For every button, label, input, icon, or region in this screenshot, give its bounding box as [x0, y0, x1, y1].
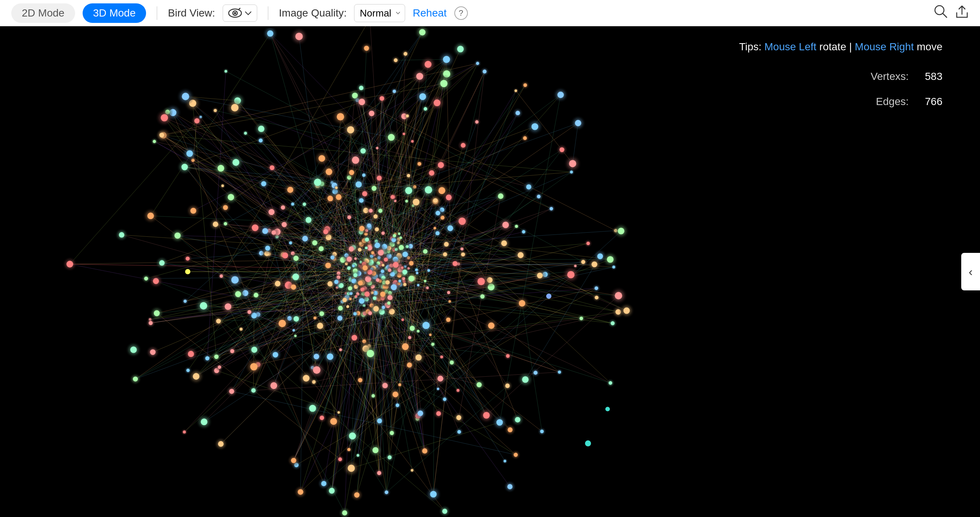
tips-label: Tips:: [739, 41, 762, 52]
chevron-down-icon: [245, 11, 251, 15]
search-button[interactable]: [934, 4, 948, 22]
mouse-right-label: Mouse Right: [855, 41, 914, 52]
2d-mode-button[interactable]: 2D Mode: [11, 3, 75, 23]
move-label: move: [917, 41, 942, 52]
side-panel-toggle[interactable]: ‹: [961, 253, 980, 290]
graph-canvas-area[interactable]: Tips: Mouse Left rotate | Mouse Right mo…: [0, 26, 980, 517]
vertexes-value: 583: [920, 64, 942, 89]
bird-view-button[interactable]: [223, 5, 257, 22]
stats-overlay: Vertexs: 583 Edges: 766: [871, 64, 942, 114]
eye-icon: [228, 8, 242, 18]
reheat-button[interactable]: Reheat: [413, 7, 447, 19]
help-button[interactable]: ?: [454, 6, 468, 20]
svg-point-2: [234, 12, 236, 14]
tips-overlay: Tips: Mouse Left rotate | Mouse Right mo…: [739, 38, 942, 60]
share-button[interactable]: [955, 5, 969, 22]
mouse-left-label: Mouse Left: [764, 41, 817, 52]
svg-line-4: [943, 14, 947, 17]
edges-label: Edges:: [876, 89, 908, 114]
bird-view-label: Bird View:: [168, 7, 215, 19]
share-icon: [955, 5, 969, 19]
separator: |: [850, 41, 855, 52]
svg-point-3: [935, 6, 944, 14]
image-quality-select[interactable]: Normal Low High: [354, 4, 405, 22]
graph-visualization[interactable]: [0, 26, 980, 517]
3d-mode-button[interactable]: 3D Mode: [83, 3, 146, 23]
toolbar-divider-2: [268, 6, 269, 20]
rotate-text: rotate: [819, 41, 846, 52]
search-icon: [934, 4, 948, 18]
vertexes-label: Vertexs:: [871, 64, 908, 89]
toolbar-divider: [157, 6, 158, 20]
image-quality-label: Image Quality:: [279, 7, 347, 19]
toolbar: 2D Mode 3D Mode Bird View: Image Quality…: [0, 0, 980, 26]
chevron-left-icon: ‹: [969, 265, 973, 279]
edges-value: 766: [920, 89, 942, 114]
